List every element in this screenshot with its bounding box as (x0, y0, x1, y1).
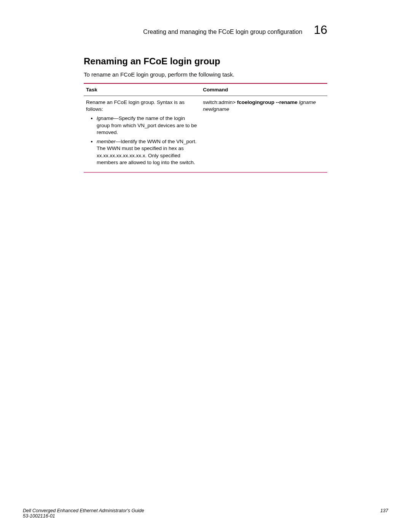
table-header-task: Task (84, 83, 201, 96)
running-head-text: Creating and managing the FCoE login gro… (143, 29, 302, 35)
cmd-name: fcoelogingroup --rename (237, 99, 298, 105)
syntax-list: lgname—Specify the name of the login gro… (86, 115, 198, 166)
cmd-prefix: switch:admin> (203, 99, 237, 105)
section-intro: To rename an FCoE login group, perform t… (84, 71, 327, 78)
list-item: member—Identify the WWN of the VN_port. … (97, 138, 198, 166)
task-cell: Rename an FCoE login group. Syntax is as… (84, 96, 201, 173)
bullet-term: member (97, 139, 116, 144)
page-number: 137 (380, 508, 388, 519)
running-header: Creating and managing the FCoE login gro… (84, 23, 327, 37)
command-cell: switch:admin> fcoelogingroup --rename lg… (201, 96, 327, 173)
page-footer: Dell Converged Enhanced Ethernet Adminis… (23, 508, 388, 519)
section-title: Renaming an FCoE login group (84, 56, 327, 67)
chapter-number: 16 (314, 23, 327, 37)
list-item: lgname—Specify the name of the login gro… (97, 115, 198, 136)
footer-docid: 53-1002116-01 (23, 513, 144, 519)
command-table: Task Command Rename an FCoE login group.… (84, 83, 327, 173)
table-row: Rename an FCoE login group. Syntax is as… (84, 96, 327, 173)
task-intro: Rename an FCoE login group. Syntax is as… (86, 99, 185, 112)
footer-title: Dell Converged Enhanced Ethernet Adminis… (23, 508, 144, 513)
bullet-term: lgname (97, 115, 113, 121)
table-header-command: Command (201, 83, 327, 96)
